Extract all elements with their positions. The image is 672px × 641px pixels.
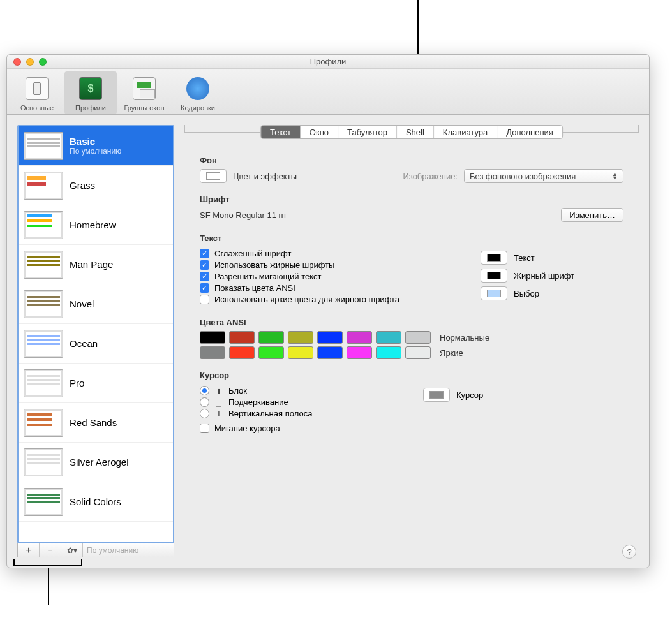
toolbar-label: Профили bbox=[75, 104, 106, 112]
ansi-swatch[interactable] bbox=[288, 331, 313, 344]
tab-shell[interactable]: Shell bbox=[397, 126, 434, 138]
ansi-normal-row: Нормальные bbox=[200, 331, 623, 344]
profile-name: Homebrew bbox=[70, 219, 116, 230]
cursor-blink-checkbox[interactable]: Мигание курсора bbox=[200, 424, 385, 433]
ansi-swatch[interactable] bbox=[347, 346, 372, 359]
ansi-swatch[interactable] bbox=[229, 331, 255, 344]
cursor-block-radio[interactable]: ▮Блок bbox=[200, 386, 385, 395]
toolbar-label: Группы окон bbox=[124, 104, 165, 112]
toolbar-label: Кодировки bbox=[181, 104, 215, 112]
antialias-checkbox[interactable]: ✓Сглаженный шрифт bbox=[200, 249, 442, 258]
ansi-swatch[interactable] bbox=[288, 346, 313, 359]
ansi-swatch[interactable] bbox=[317, 331, 343, 344]
ansi-swatch[interactable] bbox=[376, 331, 401, 344]
minimize-button[interactable] bbox=[26, 58, 34, 66]
profile-settings-panel: ТекстОкноТабуляторShellКлавиатураДополне… bbox=[184, 125, 639, 557]
vbar-cursor-icon: I bbox=[214, 409, 223, 418]
ansi-bright-row: Яркие bbox=[200, 346, 623, 359]
change-font-button[interactable]: Изменить… bbox=[561, 208, 623, 222]
font-value: SF Mono Regular 11 пт bbox=[200, 210, 287, 220]
profile-name: Grass bbox=[70, 180, 95, 191]
encodings-icon bbox=[186, 77, 209, 100]
set-default-button[interactable]: По умолчанию bbox=[83, 543, 174, 557]
titlebar: Профили bbox=[7, 55, 649, 69]
profile-thumbnail bbox=[24, 488, 63, 516]
preferences-window: Профили Основные Профили Группы окон Код… bbox=[6, 54, 650, 568]
bold-fonts-checkbox[interactable]: ✓Использовать жирные шрифты bbox=[200, 260, 442, 270]
window-groups-icon bbox=[133, 77, 156, 100]
profile-name: Pro bbox=[70, 378, 84, 388]
profile-subtitle: По умолчанию bbox=[70, 147, 121, 156]
profile-row-homebrew[interactable]: Homebrew bbox=[19, 205, 173, 245]
cursor-underline-radio[interactable]: _Подчеркивание bbox=[200, 397, 385, 407]
cursor-color-button[interactable] bbox=[423, 388, 450, 402]
profile-row-ocean[interactable]: Ocean bbox=[19, 324, 173, 364]
profile-thumbnail bbox=[24, 330, 63, 358]
ansi-swatch[interactable] bbox=[405, 346, 431, 359]
ansi-swatch[interactable] bbox=[258, 346, 284, 359]
profile-row-basic[interactable]: BasicПо умолчанию bbox=[19, 126, 173, 166]
toolbar-profiles[interactable]: Профили bbox=[64, 71, 117, 114]
toolbar: Основные Профили Группы окон Кодировки bbox=[7, 69, 649, 115]
profiles-sidebar: BasicПо умолчаниюGrassHomebrewMan PageNo… bbox=[17, 125, 174, 557]
ansi-swatch[interactable] bbox=[258, 331, 284, 344]
profile-row-silver-aerogel[interactable]: Silver Aerogel bbox=[19, 443, 173, 482]
profile-name: Ocean bbox=[70, 338, 98, 349]
ansi-swatch[interactable] bbox=[405, 331, 431, 344]
ansi-swatch[interactable] bbox=[317, 346, 343, 359]
bold-color-button[interactable] bbox=[481, 269, 507, 283]
bg-image-label: Изображение: bbox=[403, 172, 458, 181]
profile-name: Man Page bbox=[70, 259, 113, 270]
text-color-button[interactable] bbox=[481, 251, 507, 265]
bg-color-label: Цвет и эффекты bbox=[233, 172, 297, 181]
ansi-swatch[interactable] bbox=[376, 346, 401, 359]
bright-bold-checkbox[interactable]: Использовать яркие цвета для жирного шри… bbox=[200, 295, 442, 304]
bg-image-select[interactable]: Без фонового изображения ▲▼ bbox=[464, 169, 623, 183]
underline-cursor-icon: _ bbox=[214, 397, 223, 407]
tab-табулятор[interactable]: Табулятор bbox=[338, 126, 397, 138]
cursor-vbar-radio[interactable]: IВертикальная полоса bbox=[200, 409, 385, 418]
profile-thumbnail bbox=[24, 132, 63, 160]
section-font: Шрифт bbox=[200, 195, 623, 204]
help-button[interactable]: ? bbox=[622, 545, 636, 559]
profile-thumbnail bbox=[24, 172, 63, 200]
profile-row-man-page[interactable]: Man Page bbox=[19, 245, 173, 284]
close-button[interactable] bbox=[13, 58, 21, 66]
ansi-swatch[interactable] bbox=[229, 346, 255, 359]
profile-row-novel[interactable]: Novel bbox=[19, 284, 173, 324]
toolbar-general[interactable]: Основные bbox=[11, 71, 63, 114]
ansi-colors-checkbox[interactable]: ✓Показать цвета ANSI bbox=[200, 283, 442, 293]
tab-окно[interactable]: Окно bbox=[301, 126, 338, 138]
tab-дополнения[interactable]: Дополнения bbox=[497, 126, 562, 138]
tab-текст[interactable]: Текст bbox=[261, 126, 301, 138]
selection-color-button[interactable] bbox=[481, 286, 507, 300]
profile-name: Basic bbox=[70, 136, 121, 147]
remove-profile-button[interactable]: － bbox=[40, 543, 61, 557]
profile-name: Solid Colors bbox=[70, 496, 121, 507]
bg-image-value: Без фонового изображения bbox=[470, 172, 576, 181]
block-cursor-icon: ▮ bbox=[214, 386, 223, 395]
profile-thumbnail bbox=[24, 448, 63, 476]
blink-text-checkbox[interactable]: ✓Разрешить мигающий текст bbox=[200, 272, 442, 281]
profile-name: Novel bbox=[70, 298, 94, 309]
ansi-swatch[interactable] bbox=[200, 346, 225, 359]
ansi-swatch[interactable] bbox=[347, 331, 372, 344]
profile-row-solid-colors[interactable]: Solid Colors bbox=[19, 482, 173, 522]
ansi-swatch[interactable] bbox=[200, 331, 225, 344]
profile-row-red-sands[interactable]: Red Sands bbox=[19, 403, 173, 443]
profile-row-grass[interactable]: Grass bbox=[19, 166, 173, 205]
profile-actions-menu[interactable]: ✿▾ bbox=[61, 543, 83, 557]
toolbar-encodings[interactable]: Кодировки bbox=[172, 71, 224, 114]
callout-line-top bbox=[417, 0, 419, 54]
toolbar-window-groups[interactable]: Группы окон bbox=[118, 71, 170, 114]
tabs-container: ТекстОкноТабуляторShellКлавиатураДополне… bbox=[184, 125, 639, 140]
traffic-lights bbox=[13, 58, 47, 66]
profile-thumbnail bbox=[24, 290, 63, 318]
add-profile-button[interactable]: ＋ bbox=[18, 543, 40, 557]
bg-color-button[interactable] bbox=[200, 169, 227, 183]
text-pane: Фон Цвет и эффекты Изображение: Без фоно… bbox=[184, 140, 639, 557]
zoom-button[interactable] bbox=[39, 58, 47, 66]
profiles-list[interactable]: BasicПо умолчаниюGrassHomebrewMan PageNo… bbox=[17, 125, 174, 543]
tab-клавиатура[interactable]: Клавиатура bbox=[434, 126, 497, 138]
profile-row-pro[interactable]: Pro bbox=[19, 364, 173, 403]
